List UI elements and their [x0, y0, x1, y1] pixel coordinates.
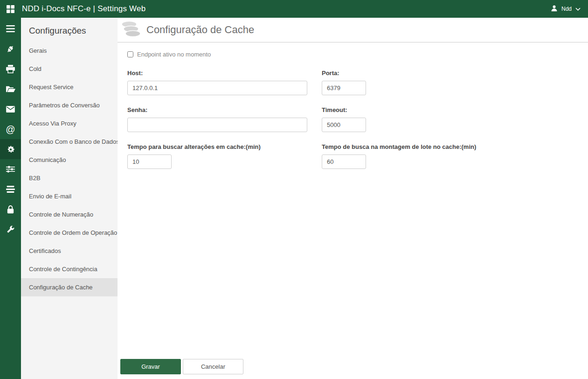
- senha-field: Senha:: [127, 106, 307, 132]
- sidebar-item-acesso-proxy[interactable]: Acesso Via Proxy: [21, 114, 118, 133]
- sidebar-item-request-service[interactable]: Request Service: [21, 78, 118, 96]
- endpoint-active-row[interactable]: Endpoint ativo no momento: [127, 51, 588, 58]
- gear-icon[interactable]: [0, 139, 21, 159]
- cancel-button[interactable]: Cancelar: [183, 359, 243, 374]
- page-header: Configuração de Cache: [118, 18, 588, 42]
- save-button[interactable]: Gravar: [120, 359, 181, 374]
- form-actions: Gravar Cancelar: [118, 359, 588, 379]
- apps-grid-icon[interactable]: [7, 5, 14, 13]
- sidebar-item-envio-email[interactable]: Envio de E-mail: [21, 187, 118, 205]
- tempo-buscar-field: Tempo para buscar alterações em cache:(m…: [127, 143, 307, 169]
- sidebar-item-controle-numeracao[interactable]: Controle de Numeração: [21, 205, 118, 224]
- sidebar-item-controle-ordem-operacao[interactable]: Controle de Ordem de Operação: [21, 224, 118, 242]
- sidebar: Configurações Gerais Cold Request Servic…: [21, 18, 118, 379]
- sidebar-item-comunicacao[interactable]: Comunicação: [21, 151, 118, 169]
- user-menu[interactable]: Ndd: [551, 5, 581, 14]
- sidebar-item-conexao-banco[interactable]: Conexão Com o Banco de Dados: [21, 133, 118, 151]
- cache-database-icon: [120, 20, 142, 40]
- wrench-icon[interactable]: [0, 219, 21, 239]
- lock-icon[interactable]: [0, 199, 21, 219]
- layers-icon[interactable]: [0, 179, 21, 199]
- timeout-label: Timeout:: [322, 106, 588, 113]
- page-title: Configuração de Cache: [146, 24, 254, 36]
- host-label: Host:: [127, 70, 307, 77]
- folder-icon[interactable]: [0, 79, 21, 99]
- cache-form: Endpoint ativo no momento Host: Porta: S…: [118, 42, 588, 169]
- tempo-lote-field: Tempo de busca na montagem de lote no ca…: [322, 143, 588, 169]
- main-panel: Configuração de Cache Endpoint ativo no …: [118, 18, 588, 379]
- porta-input[interactable]: [322, 81, 366, 95]
- host-field: Host:: [127, 70, 307, 95]
- sidebar-item-gerais[interactable]: Gerais: [21, 42, 118, 60]
- user-icon: [551, 5, 558, 14]
- user-name: Ndd: [561, 6, 572, 12]
- envelope-icon[interactable]: [0, 99, 21, 119]
- porta-label: Porta:: [322, 70, 588, 77]
- timeout-input[interactable]: [322, 118, 366, 132]
- endpoint-active-checkbox[interactable]: [127, 51, 133, 57]
- endpoint-active-label: Endpoint ativo no momento: [137, 51, 211, 58]
- tempo-lote-label: Tempo de busca na montagem de lote no ca…: [322, 143, 588, 150]
- sidebar-title: Configurações: [21, 18, 118, 42]
- senha-input[interactable]: [127, 118, 307, 132]
- sidebar-item-configuracao-cache[interactable]: Configuração de Cache: [21, 278, 118, 296]
- tempo-buscar-input[interactable]: [127, 154, 172, 169]
- chevron-down-icon: [575, 5, 581, 13]
- menu-icon[interactable]: [0, 19, 21, 39]
- timeout-field: Timeout:: [322, 106, 588, 132]
- sidebar-item-controle-contingencia[interactable]: Controle de Contingência: [21, 260, 118, 278]
- tempo-lote-input[interactable]: [322, 154, 366, 169]
- sidebar-item-cold[interactable]: Cold: [21, 60, 118, 78]
- sidebar-item-certificados[interactable]: Certificados: [21, 242, 118, 260]
- at-icon[interactable]: @: [0, 119, 21, 139]
- topbar: NDD i-Docs NFC-e | Settings Web Ndd: [0, 0, 588, 18]
- sidebar-item-parametros-conversao[interactable]: Parâmetros de Conversão: [21, 96, 118, 114]
- porta-field: Porta:: [322, 70, 588, 95]
- sliders-icon[interactable]: [0, 159, 21, 179]
- sidebar-item-b2b[interactable]: B2B: [21, 169, 118, 187]
- host-input[interactable]: [127, 81, 307, 95]
- tempo-buscar-label: Tempo para buscar alterações em cache:(m…: [127, 143, 307, 150]
- printer-icon[interactable]: [0, 59, 21, 79]
- plug-icon[interactable]: [0, 39, 21, 59]
- app-title: NDD i-Docs NFC-e | Settings Web: [22, 4, 145, 14]
- icon-rail: @: [0, 18, 21, 379]
- senha-label: Senha:: [127, 106, 307, 113]
